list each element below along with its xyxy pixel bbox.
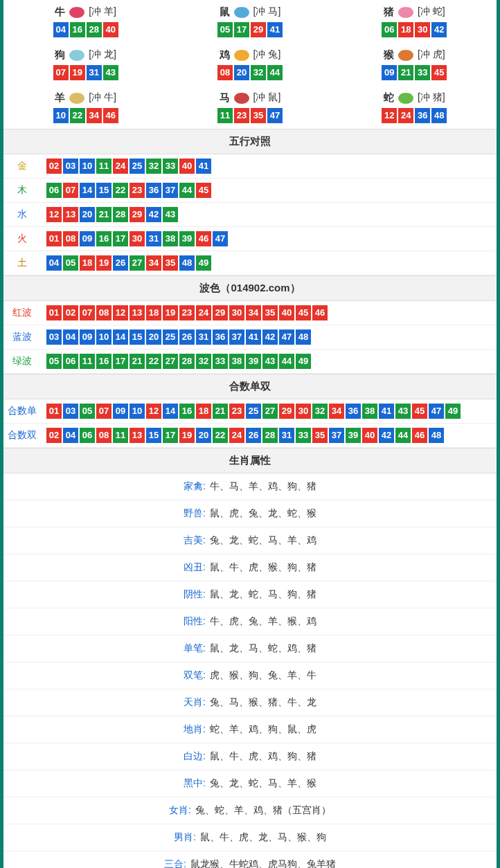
zodiac-cell: 马 [冲 鼠] 11233547 [168,86,332,129]
number-ball: 20 [234,65,249,80]
row-numbers: 1213202128294243 [41,207,497,222]
attr-value: 鼠、龙、马、蛇、鸡、猪 [210,642,316,655]
number-ball: 35 [262,305,278,320]
number-ball: 17 [234,22,249,37]
zodiac-numbers: 10223446 [3,108,168,123]
number-ball: 40 [179,159,195,174]
number-ball: 44 [395,428,411,443]
zodiac-clash: [冲 龙] [89,48,116,61]
zodiac-clash: [冲 虎] [418,48,445,61]
number-ball: 15 [96,183,111,198]
number-ball: 40 [279,305,294,320]
row-numbers: 04051819262734354849 [41,255,497,271]
number-ball: 04 [46,255,62,271]
zodiac-header: 马 [冲 鼠] [168,90,332,105]
zodiac-icon [395,47,416,62]
number-ball: 23 [130,183,145,198]
zodiac-icon [231,4,252,19]
number-ball: 36 [415,108,430,123]
zodiac-numbers: 04162840 [3,22,168,37]
section-header-shuxing: 生肖属性 [3,448,497,473]
number-ball: 24 [398,108,413,123]
row-label: 合数单 [3,405,41,417]
zodiac-name: 鸡 [220,48,230,62]
number-ball: 44 [279,354,294,369]
number-ball: 25 [246,404,261,419]
number-ball: 34 [146,255,161,271]
number-ball: 35 [251,108,266,123]
zodiac-icon [231,90,252,105]
attr-label: 女肖: [169,804,191,817]
number-ball: 27 [130,255,145,271]
number-ball: 38 [163,231,178,246]
attr-value: 鼠、龙、蛇、马、狗、猪 [210,588,316,601]
number-ball: 05 [46,354,62,369]
number-ball: 35 [163,255,178,271]
attr-row: 阴性:鼠、龙、蛇、马、狗、猪 [3,581,497,608]
number-ball: 21 [213,404,228,419]
number-ball: 28 [179,354,195,369]
attr-row: 天肖:兔、马、猴、猪、牛、龙 [3,689,497,716]
attr-value: 鼠龙猴、牛蛇鸡、虎马狗、兔羊猪 [190,858,336,868]
svg-point-4 [236,8,240,12]
number-ball: 11 [96,159,111,174]
table-row: 金 02031011242532334041 [3,154,497,179]
row-numbers: 0204060811131517192022242628313335373940… [41,428,497,443]
zodiac-cell: 羊 [冲 牛] 10223446 [3,86,168,129]
number-ball: 48 [179,255,195,271]
number-ball: 47 [429,404,444,419]
number-ball: 43 [395,404,411,419]
number-ball: 36 [146,183,161,198]
svg-point-2 [78,8,82,12]
number-ball: 49 [445,404,461,419]
number-ball: 06 [382,22,397,37]
row-label: 火 [3,233,41,245]
row-numbers: 06071415222336374445 [41,183,497,198]
number-ball: 29 [251,22,266,37]
number-ball: 21 [130,354,145,369]
number-ball: 20 [80,207,95,222]
number-ball: 37 [163,183,178,198]
attr-label: 天肖: [184,696,206,709]
attr-value: 鼠、虎、兔、龙、蛇、猴 [210,507,316,520]
svg-point-20 [78,93,82,98]
number-ball: 09 [382,65,397,80]
number-ball: 02 [46,159,62,174]
number-ball: 41 [246,329,261,345]
zodiac-numbers: 06183042 [332,22,497,37]
number-ball: 41 [196,159,211,174]
number-ball: 15 [130,329,145,345]
number-ball: 22 [113,183,128,198]
number-ball: 22 [70,108,85,123]
number-ball: 19 [70,65,85,80]
attr-value: 牛、马、羊、鸡、狗、猪 [210,480,316,493]
number-ball: 18 [80,255,95,271]
number-ball: 45 [431,65,447,80]
number-ball: 14 [80,183,95,198]
number-ball: 24 [113,159,128,174]
zodiac-header: 牛 [冲 羊] [3,4,168,19]
number-ball: 28 [262,428,278,443]
number-ball: 04 [53,22,69,37]
zodiac-icon [66,47,87,62]
number-ball: 42 [262,329,278,345]
number-ball: 28 [87,22,102,37]
number-ball: 28 [113,207,128,222]
number-ball: 44 [179,183,195,198]
number-ball: 31 [196,329,211,345]
svg-point-26 [407,93,411,98]
zodiac-icon [66,4,87,19]
number-ball: 05 [217,22,233,37]
attr-value: 鼠、牛、虎、鸡、狗、猪 [210,750,316,763]
zodiac-cell: 猪 [冲 蛇] 06183042 [332,0,497,43]
number-ball: 30 [296,404,311,419]
number-ball: 33 [163,159,178,174]
number-ball: 05 [63,255,78,271]
zodiac-header: 蛇 [冲 猪] [332,90,497,105]
attr-label: 白边: [184,750,206,763]
number-ball: 33 [213,354,228,369]
number-ball: 25 [130,159,145,174]
zodiac-clash: [冲 羊] [89,6,116,18]
number-ball: 36 [346,404,361,419]
bose-table: 红波 0102070812131819232429303435404546 蓝波… [3,301,497,374]
